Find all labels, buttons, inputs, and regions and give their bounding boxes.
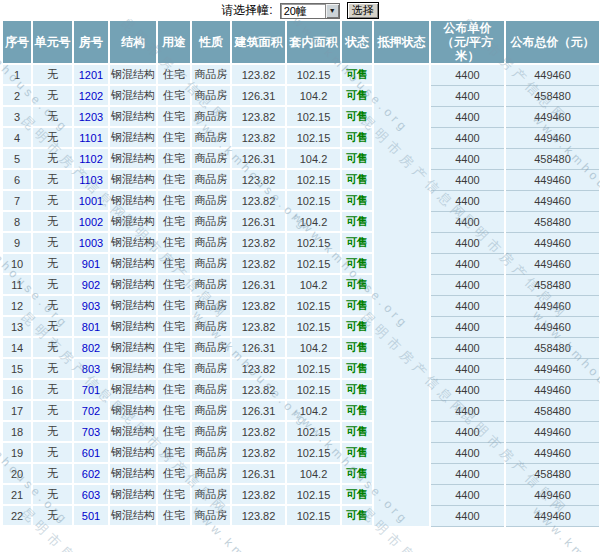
cell-nature: 商品房: [191, 379, 231, 400]
cell-room: 603: [73, 484, 109, 505]
cell-mortgage: [373, 358, 430, 379]
cell-no: 16: [2, 379, 32, 400]
cell-total_price: 449460: [505, 232, 600, 253]
cell-unit_price: 4400: [430, 442, 505, 463]
cell-inner_area: 104.2: [286, 274, 341, 295]
room-number-link[interactable]: 601: [82, 447, 100, 459]
cell-nature: 商品房: [191, 442, 231, 463]
cell-total_price: 458480: [505, 274, 600, 295]
cell-unit: 无: [32, 316, 73, 337]
cell-no: 3: [2, 106, 32, 127]
table-row: 22无501钢混结构住宅商品房123.82102.15可售4400449460: [2, 505, 600, 526]
table-row: 18无703钢混结构住宅商品房123.82102.15可售4400449460: [2, 421, 600, 442]
room-number-link[interactable]: 602: [82, 468, 100, 480]
cell-unit: 无: [32, 253, 73, 274]
cell-inner_area: 102.15: [286, 295, 341, 316]
cell-room: 1203: [73, 106, 109, 127]
table-row: 12无903钢混结构住宅商品房123.82102.15可售4400449460: [2, 295, 600, 316]
room-number-link[interactable]: 1102: [79, 153, 103, 165]
cell-unit_price: 4400: [430, 421, 505, 442]
cell-inner_area: 102.15: [286, 442, 341, 463]
room-number-link[interactable]: 702: [82, 405, 100, 417]
cell-status: 可售: [341, 442, 373, 463]
cell-status: 可售: [341, 106, 373, 127]
room-number-link[interactable]: 902: [82, 279, 100, 291]
room-number-link[interactable]: 1202: [79, 90, 103, 102]
cell-total_price: 449460: [505, 295, 600, 316]
room-number-link[interactable]: 603: [82, 489, 100, 501]
cell-unit_price: 4400: [430, 85, 505, 106]
cell-structure: 钢混结构: [109, 127, 157, 148]
cell-usage: 住宅: [157, 190, 191, 211]
table-row: 14无802钢混结构住宅商品房126.31104.2可售4400458480: [2, 337, 600, 358]
cell-usage: 住宅: [157, 442, 191, 463]
cell-inner_area: 102.15: [286, 232, 341, 253]
cell-inner_area: 102.15: [286, 379, 341, 400]
cell-status: 可售: [341, 148, 373, 169]
cell-no: 7: [2, 190, 32, 211]
cell-room: 702: [73, 400, 109, 421]
room-number-link[interactable]: 802: [82, 342, 100, 354]
cell-no: 15: [2, 358, 32, 379]
cell-usage: 住宅: [157, 337, 191, 358]
cell-mortgage: [373, 169, 430, 190]
room-number-link[interactable]: 1101: [79, 132, 103, 144]
room-number-link[interactable]: 801: [82, 321, 100, 333]
cell-usage: 住宅: [157, 148, 191, 169]
room-number-link[interactable]: 703: [82, 426, 100, 438]
cell-no: 8: [2, 211, 32, 232]
cell-mortgage: [373, 148, 430, 169]
cell-room: 801: [73, 316, 109, 337]
cell-build_area: 126.31: [231, 85, 286, 106]
cell-room: 1202: [73, 85, 109, 106]
cell-nature: 商品房: [191, 295, 231, 316]
select-building-label: 请选择幢:: [221, 2, 272, 19]
cell-unit: 无: [32, 400, 73, 421]
cell-usage: 住宅: [157, 274, 191, 295]
room-number-link[interactable]: 1002: [79, 216, 103, 228]
cell-nature: 商品房: [191, 505, 231, 526]
cell-mortgage: [373, 253, 430, 274]
col-header-inner_area: 套内面积: [286, 20, 341, 64]
cell-mortgage: [373, 190, 430, 211]
building-select[interactable]: 20幢 ▼: [280, 3, 340, 19]
cell-no: 10: [2, 253, 32, 274]
cell-nature: 商品房: [191, 274, 231, 295]
cell-inner_area: 104.2: [286, 337, 341, 358]
cell-build_area: 123.82: [231, 421, 286, 442]
room-number-link[interactable]: 501: [82, 510, 100, 522]
room-number-link[interactable]: 901: [82, 258, 100, 270]
cell-mortgage: [373, 85, 430, 106]
cell-mortgage: [373, 316, 430, 337]
chevron-down-icon[interactable]: ▼: [325, 4, 339, 18]
cell-mortgage: [373, 442, 430, 463]
select-button[interactable]: 选择: [347, 2, 379, 19]
cell-room: 1001: [73, 190, 109, 211]
table-row: 8无1002钢混结构住宅商品房126.31104.2可售4400458480: [2, 211, 600, 232]
cell-structure: 钢混结构: [109, 442, 157, 463]
cell-nature: 商品房: [191, 127, 231, 148]
room-number-link[interactable]: 1103: [79, 174, 103, 186]
room-number-link[interactable]: 1003: [79, 237, 103, 249]
cell-nature: 商品房: [191, 190, 231, 211]
cell-nature: 商品房: [191, 64, 231, 85]
cell-status: 可售: [341, 295, 373, 316]
cell-unit: 无: [32, 274, 73, 295]
room-number-link[interactable]: 803: [82, 363, 100, 375]
cell-structure: 钢混结构: [109, 295, 157, 316]
cell-status: 可售: [341, 232, 373, 253]
cell-room: 802: [73, 337, 109, 358]
room-number-link[interactable]: 701: [82, 384, 100, 396]
cell-build_area: 126.31: [231, 337, 286, 358]
cell-build_area: 123.82: [231, 190, 286, 211]
cell-no: 22: [2, 505, 32, 526]
room-number-link[interactable]: 903: [82, 300, 100, 312]
cell-usage: 住宅: [157, 232, 191, 253]
room-number-link[interactable]: 1201: [79, 69, 103, 81]
cell-nature: 商品房: [191, 421, 231, 442]
room-number-link[interactable]: 1001: [79, 195, 103, 207]
cell-unit: 无: [32, 190, 73, 211]
room-number-link[interactable]: 1203: [79, 111, 103, 123]
cell-room: 1102: [73, 148, 109, 169]
cell-usage: 住宅: [157, 106, 191, 127]
